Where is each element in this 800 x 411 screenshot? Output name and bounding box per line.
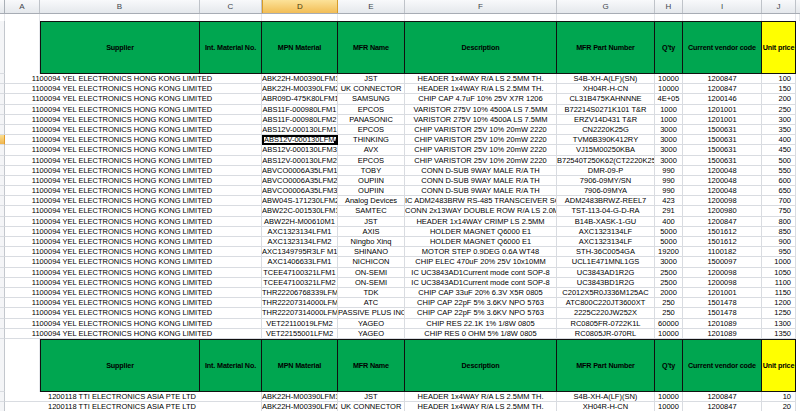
cell-unit-price[interactable]: 900 <box>762 237 796 247</box>
cell-vendor-code[interactable]: 1200098 <box>683 268 762 278</box>
cell-unit-price[interactable]: 950 <box>762 247 796 257</box>
column-header-B[interactable]: B <box>40 0 200 13</box>
cell-unit-price[interactable]: 700 <box>762 196 796 206</box>
cell-supplier[interactable]: 1100094 YEL ELECTRONICS HONG KONG LIMITE… <box>5 135 262 145</box>
cell-vendor-code[interactable]: 1200847 <box>683 74 762 84</box>
header-mpn-material[interactable]: MPN Material <box>262 21 338 74</box>
cell-description[interactable]: CHIP CAP 33uF 20% 6.3V X5R 0805 <box>405 288 557 298</box>
header-description[interactable]: Description <box>405 339 557 392</box>
cell-supplier[interactable]: 1100094 YEL ELECTRONICS HONG KONG LIMITE… <box>5 166 262 176</box>
cell-mfr-part-number[interactable]: ERZV14D431 T&R <box>557 115 655 125</box>
selected-cell[interactable]: ABS12V-000130LFM4 <box>262 135 338 145</box>
cell-mfr-part-number[interactable]: 7906-09MYA <box>557 186 655 196</box>
cell-mfr-name[interactable]: YAGEO <box>338 319 405 329</box>
cell-unit-price[interactable]: 750 <box>762 206 796 216</box>
cell-unit-price[interactable]: 20 <box>762 402 796 411</box>
cell-description[interactable]: CONN 2x13WAY DOUBLE ROW R/A LS 2.0MM <box>405 206 557 216</box>
cell-description[interactable]: IC UC3843AD1Current mode cont SOP-8 <box>405 268 557 278</box>
cell-mpn-material[interactable]: ABVCO0006A35LFM3 <box>262 186 338 196</box>
cell-unit-price[interactable]: 10 <box>762 392 796 402</box>
cell-vendor-code[interactable]: 1501612 <box>683 227 762 237</box>
cell-description[interactable]: CONN D-SUB 9WAY MALE R/A TH <box>405 176 557 186</box>
cell-mpn-material[interactable]: ABVCO0006A35LFM2 <box>262 176 338 186</box>
header-supplier[interactable]: Supplier <box>40 21 200 74</box>
cell-supplier[interactable]: 1100094 YEL ELECTRONICS HONG KONG LIMITE… <box>5 115 262 125</box>
cell-supplier[interactable]: 1100094 YEL ELECTRONICS HONG KONG LIMITE… <box>5 74 262 84</box>
cell-description[interactable]: CHIP VARISTOR 25V 10% 20mW 2220 <box>405 145 557 155</box>
cell-supplier[interactable]: 1100094 YEL ELECTRONICS HONG KONG LIMITE… <box>5 156 262 166</box>
cell-supplier[interactable]: 1100094 YEL ELECTRONICS HONG KONG LIMITE… <box>5 125 262 135</box>
cell-vendor-code[interactable]: 1500097 <box>683 257 762 267</box>
cell-unit-price[interactable]: 250 <box>762 105 796 115</box>
header-description[interactable]: Description <box>405 21 557 74</box>
header-unit-price[interactable]: Unit price <box>762 21 796 74</box>
cell-mfr-name[interactable]: Analog Devices <box>338 196 405 206</box>
cell-qty[interactable]: 10000 <box>655 402 683 411</box>
cell-vendor-code[interactable]: 1500631 <box>683 135 762 145</box>
header-current-vendor-code[interactable]: Current vendor code <box>683 339 762 392</box>
cell-mfr-part-number[interactable]: CL31B475KAHNNNE <box>557 94 655 104</box>
cell-vendor-code[interactable]: 1500631 <box>683 156 762 166</box>
cell-unit-price[interactable]: 1300 <box>762 319 796 329</box>
cell-mfr-part-number[interactable]: VJ15M00250KBA <box>557 145 655 155</box>
cell-qty[interactable]: 3000 <box>655 125 683 135</box>
cell-supplier[interactable]: 1100094 YEL ELECTRONICS HONG KONG LIMITE… <box>5 186 262 196</box>
cell-mfr-name[interactable]: PANASONIC <box>338 115 405 125</box>
cell-qty[interactable]: 3000 <box>655 257 683 267</box>
cell-mpn-material[interactable]: ABVCO0006A35LFM1 <box>262 166 338 176</box>
cell-supplier[interactable]: 1100094 YEL ELECTRONICS HONG KONG LIMITE… <box>5 247 262 257</box>
cell-vendor-code[interactable]: 1200146 <box>683 94 762 104</box>
cell-qty[interactable]: 60000 <box>655 319 683 329</box>
cell-description[interactable]: MOTOR STEP 0.9DEG 0.6A WT48 <box>405 247 557 257</box>
cell-qty[interactable]: 990 <box>655 186 683 196</box>
cell-mpn-material[interactable]: ABS11F-000980LFM1 <box>262 105 338 115</box>
cell-qty[interactable]: 2500 <box>655 268 683 278</box>
cell-mfr-part-number[interactable]: DMR-09-P <box>557 166 655 176</box>
cell-qty[interactable]: 990 <box>655 166 683 176</box>
cell-supplier[interactable]: 1100094 YEL ELECTRONICS HONG KONG LIMITE… <box>5 278 262 288</box>
cell-description[interactable]: IC UC3843AD1Current mode cont SOP-8 <box>405 278 557 288</box>
cell-description[interactable]: VARISTOR 275V 10% 4500A LS 7.5MM <box>405 105 557 115</box>
cell-description[interactable]: CHIP CAP 22pF 5% 3.6KV NPO 5763 <box>405 298 557 308</box>
cell-description[interactable]: CHIP CAP 4.7uF 10% 25V X7R 1206 <box>405 94 557 104</box>
cell-unit-price[interactable]: 100 <box>762 74 796 84</box>
header-int-material-no[interactable]: Int. Material No. <box>200 339 262 392</box>
cell-description[interactable]: CONN D-SUB 9WAY MALE R/A TH <box>405 186 557 196</box>
cell-description[interactable]: CHIP CAP 22pF 5% 3.6KV NPO 5763 <box>405 308 557 318</box>
cell-mfr-name[interactable]: EPCOS <box>338 156 405 166</box>
cell-mfr-part-number[interactable]: UC3843AD1R2G <box>557 268 655 278</box>
cell-mfr-name[interactable]: OUPIIN <box>338 186 405 196</box>
cell-qty[interactable]: 1000 <box>655 105 683 115</box>
cell-mfr-name[interactable]: ON-SEMI <box>338 278 405 288</box>
cell-qty[interactable]: 291 <box>655 206 683 216</box>
cell-description[interactable]: HEADER 1x4WAY R/A LS 2.5MM TH. <box>405 402 557 411</box>
cell-mfr-part-number[interactable]: STH-36C0054GA <box>557 247 655 257</box>
cell-unit-price[interactable]: 550 <box>762 166 796 176</box>
cell-mfr-name[interactable]: EPCOS <box>338 105 405 115</box>
cell-qty[interactable]: 3000 <box>655 135 683 145</box>
cell-unit-price[interactable]: 650 <box>762 186 796 196</box>
column-header-E[interactable]: E <box>338 0 405 13</box>
cell-unit-price[interactable]: 1150 <box>762 288 796 298</box>
cell-mpn-material[interactable]: THR22206768339LFM1 <box>262 288 338 298</box>
cell-mfr-name[interactable]: Ningbo Xinq <box>338 237 405 247</box>
column-header-A[interactable]: A <box>5 0 40 13</box>
cell-mfr-name[interactable]: JST <box>338 217 405 227</box>
cell-vendor-code[interactable]: 1100182 <box>683 247 762 257</box>
cell-description[interactable]: HEADER 1x4WAY R/A LS 2.5MM TH. <box>405 84 557 94</box>
cell-vendor-code[interactable]: 1200847 <box>683 402 762 411</box>
header-mfr-part-number[interactable]: MFR Part Number <box>557 339 655 392</box>
cell-mfr-name[interactable]: THINKING <box>338 135 405 145</box>
cell-mpn-material[interactable]: VET22155001LFM2 <box>262 329 338 339</box>
cell-vendor-code[interactable]: 1200048 <box>683 186 762 196</box>
cell-qty[interactable]: 1000 <box>655 115 683 125</box>
cell-supplier[interactable]: 1200118 TTI ELECTRONICS ASIA PTE LTD <box>5 402 262 411</box>
header-int-material-no[interactable]: Int. Material No. <box>200 21 262 74</box>
cell-mfr-part-number[interactable]: S4B-XH-A(LF)(SN) <box>557 74 655 84</box>
cell-mfr-name[interactable]: SAMTEC <box>338 206 405 216</box>
cell-description[interactable]: HEADER 1x4WAY R/A LS 2.5MM TH. <box>405 74 557 84</box>
cell-qty[interactable]: 3000 <box>655 145 683 155</box>
cell-supplier[interactable]: 1100094 YEL ELECTRONICS HONG KONG LIMITE… <box>5 227 262 237</box>
cell-mfr-part-number[interactable]: 7906-09MY/SN <box>557 176 655 186</box>
cell-supplier[interactable]: 1100094 YEL ELECTRONICS HONG KONG LIMITE… <box>5 268 262 278</box>
